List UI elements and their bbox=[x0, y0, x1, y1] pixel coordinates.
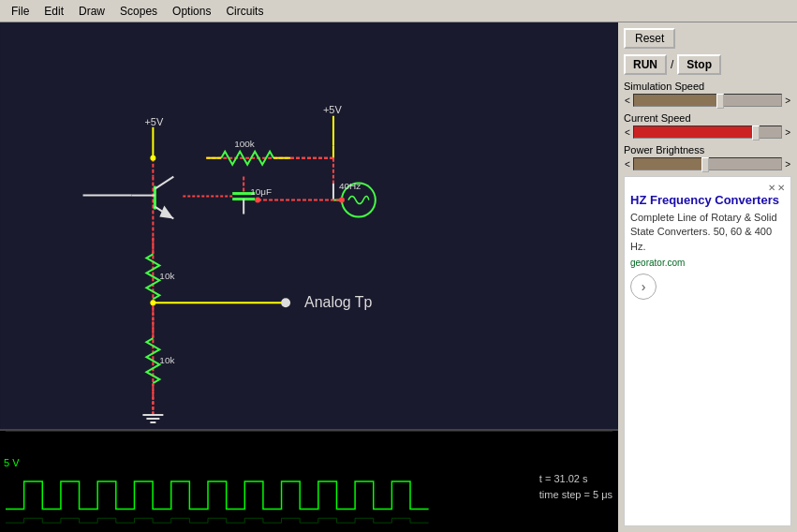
resistor-10k-2-label: 10k bbox=[159, 355, 174, 365]
svg-rect-0 bbox=[1, 22, 617, 429]
cur-speed-decrease[interactable]: < bbox=[624, 127, 631, 138]
svg-rect-40 bbox=[6, 431, 613, 532]
pwr-brightness-increase[interactable]: > bbox=[784, 159, 791, 170]
menu-scopes[interactable]: Scopes bbox=[112, 3, 165, 20]
ad-x-icon2[interactable]: ✕ bbox=[777, 183, 785, 193]
advertisement: ✕ ✕ HZ Frequency Converters Complete Lin… bbox=[624, 176, 791, 526]
ad-body: Complete Line of Rotary & Solid State Co… bbox=[630, 211, 785, 254]
menu-circuits[interactable]: Circuits bbox=[218, 3, 271, 20]
menu-edit[interactable]: Edit bbox=[37, 3, 71, 20]
menu-file[interactable]: File bbox=[4, 3, 37, 20]
run-button[interactable]: RUN bbox=[624, 54, 667, 75]
sim-speed-increase[interactable]: > bbox=[784, 96, 791, 106]
capacitor-label: 10μF bbox=[250, 186, 272, 197]
menu-options[interactable]: Options bbox=[165, 3, 218, 20]
power-brightness-label: Power Brightness bbox=[624, 144, 791, 155]
resistor-10k-1-label: 10k bbox=[159, 271, 174, 281]
stop-button[interactable]: Stop bbox=[677, 54, 721, 75]
reset-button[interactable]: Reset bbox=[624, 28, 675, 49]
sim-speed-decrease[interactable]: < bbox=[624, 96, 631, 106]
sim-speed-slider[interactable] bbox=[633, 94, 782, 107]
ad-domain: georator.com bbox=[630, 258, 785, 268]
ad-title[interactable]: HZ Frequency Converters bbox=[630, 193, 785, 207]
ad-arrow-button[interactable]: › bbox=[630, 273, 657, 300]
timestamp-display: t = 31.02 s time step = 5 μs bbox=[539, 471, 613, 504]
svg-point-21 bbox=[150, 155, 155, 161]
resistor-100k-label: 100k bbox=[234, 139, 255, 149]
cur-speed-slider[interactable] bbox=[633, 126, 782, 139]
ad-x-icon[interactable]: ✕ bbox=[768, 183, 775, 193]
current-speed-label: Current Speed bbox=[624, 112, 791, 124]
pwr-brightness-slider[interactable] bbox=[633, 157, 782, 170]
menu-draw[interactable]: Draw bbox=[71, 3, 112, 20]
freq-label: 40Hz bbox=[339, 181, 361, 191]
vcc-label-right: +5V bbox=[323, 104, 343, 115]
sim-speed-label: Simulation Speed bbox=[624, 81, 791, 92]
circuit-label: Analog Tp bbox=[304, 294, 373, 310]
svg-point-33 bbox=[281, 298, 290, 307]
svg-point-28 bbox=[255, 198, 260, 203]
cur-speed-increase[interactable]: > bbox=[784, 127, 791, 138]
voltage-label: 5 V bbox=[4, 457, 20, 468]
vcc-label-left: +5V bbox=[144, 116, 164, 127]
pwr-brightness-decrease[interactable]: < bbox=[624, 159, 631, 170]
